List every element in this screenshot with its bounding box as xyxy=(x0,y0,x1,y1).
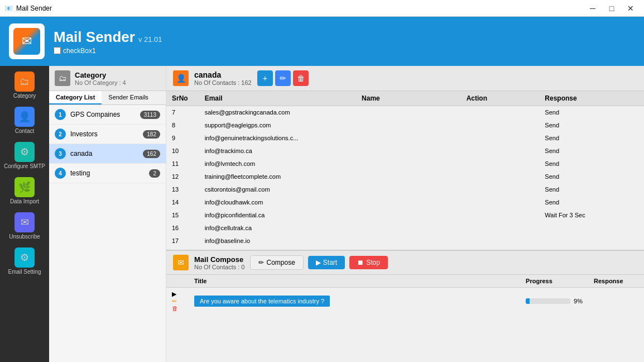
stop-button[interactable]: ⏹ Stop xyxy=(349,256,388,269)
maximize-button[interactable]: □ xyxy=(603,1,621,16)
compose-title: Mail Compose xyxy=(194,255,244,264)
edit-contact-button[interactable]: ✏ xyxy=(275,70,291,86)
edit-icon[interactable]: ✏ xyxy=(172,298,177,304)
app-checkbox-input[interactable] xyxy=(54,47,61,54)
cell-email: info@trackimo.ca xyxy=(199,145,356,158)
progress-bar-fill xyxy=(526,298,530,304)
category-list-item-undefined[interactable]: 1 GPS Compaines 3113 xyxy=(49,105,166,125)
cell-srno: 10 xyxy=(166,145,199,158)
compose-col-response: Response xyxy=(588,275,644,288)
col-header-action: Action xyxy=(461,91,540,106)
table-row[interactable]: 10 info@trackimo.ca Send xyxy=(166,145,644,158)
contact-table: SrNo Email Name Action Response 7 sales@… xyxy=(166,91,644,250)
cell-name xyxy=(356,106,461,119)
sidebar-label-contact: Contact xyxy=(15,128,34,134)
table-row[interactable]: 18 info@imtelematics.com xyxy=(166,247,644,250)
compose-row[interactable]: ▶ ✏ 🗑 Are you aware about the telematics… xyxy=(166,288,644,315)
cell-response: Send xyxy=(539,183,644,196)
app-icon-small: 📧 xyxy=(4,4,13,12)
category-panel-title: Category xyxy=(75,71,126,79)
category-list-item-undefined[interactable]: 3 canada 162 xyxy=(49,144,166,164)
cell-email: info@baseline.io xyxy=(199,235,356,247)
delete-icon[interactable]: 🗑 xyxy=(172,305,178,312)
compose-button[interactable]: ✏ Compose xyxy=(250,255,303,270)
sidebar-item-unsubscribe[interactable]: ✉ Unsubscribe xyxy=(0,209,49,243)
compose-area-icon: ✉ xyxy=(173,255,189,270)
cell-srno: 16 xyxy=(166,222,199,235)
cell-name xyxy=(356,183,461,196)
category-list-item-undefined[interactable]: 4 testing 2 xyxy=(49,164,166,183)
pencil-icon: ✏ xyxy=(258,259,264,266)
sidebar-item-contact[interactable]: 👤 Contact xyxy=(0,103,49,137)
table-row[interactable]: 14 info@cloudhawk.com Send xyxy=(166,196,644,209)
minimize-button[interactable]: ─ xyxy=(584,1,602,16)
title-bar: 📧 Mail Sender ─ □ ✕ xyxy=(0,0,644,17)
play-icon: ▶ xyxy=(316,259,321,266)
progress-label: 9% xyxy=(574,298,583,304)
category-panel-count: No Of Category : 4 xyxy=(75,79,126,86)
table-row[interactable]: 7 sales@gpstrackingcanada.com Send xyxy=(166,106,644,119)
cell-email: info@cloudhawk.com xyxy=(199,196,356,209)
stop-button-label: Stop xyxy=(366,259,380,266)
cat-item-count: 162 xyxy=(143,150,160,158)
category-panel-icon: 🗂 xyxy=(55,70,70,86)
start-button[interactable]: ▶ Start xyxy=(308,256,345,269)
table-row[interactable]: 8 support@eagleigps.com Send xyxy=(166,119,644,132)
cell-srno: 9 xyxy=(166,132,199,145)
contact-table-container: SrNo Email Name Action Response 7 sales@… xyxy=(166,91,644,250)
category-icon: 🗂 xyxy=(15,72,35,92)
table-row[interactable]: 15 info@piconfidential.ca Wait For 3 Sec xyxy=(166,209,644,222)
col-header-name: Name xyxy=(356,91,461,106)
table-row[interactable]: 17 info@baseline.io xyxy=(166,235,644,247)
cell-srno: 11 xyxy=(166,158,199,170)
sidebar-label-email-setting: Email Setting xyxy=(8,269,41,275)
sidebar-item-data-import[interactable]: 🌿 Data Import xyxy=(0,174,49,208)
table-row[interactable]: 11 info@lvmtech.com Send xyxy=(166,158,644,170)
expand-icon[interactable]: ▶ xyxy=(172,290,176,297)
cell-action xyxy=(461,196,540,209)
close-button[interactable]: ✕ xyxy=(622,1,640,16)
cell-action xyxy=(461,145,540,158)
tab-sender-emails[interactable]: Sender Emails xyxy=(102,91,155,104)
cell-response: Send xyxy=(539,132,644,145)
category-panel: 🗂 Category No Of Category : 4 Category L… xyxy=(49,66,166,362)
sidebar-label-unsubscribe: Unsubscribe xyxy=(9,234,40,240)
compose-title-text: Are you aware about the telematics indus… xyxy=(194,296,330,307)
compose-col-title: Title xyxy=(189,275,520,288)
cell-response: Send xyxy=(539,158,644,170)
add-contact-button[interactable]: + xyxy=(257,70,273,86)
category-tabs: Category List Sender Emails xyxy=(49,91,166,105)
cell-name xyxy=(356,247,461,250)
cell-action xyxy=(461,235,540,247)
app-title-area: Mail Sender v 21.01 checkBox1 xyxy=(54,28,162,55)
delete-contact-button[interactable]: 🗑 xyxy=(293,70,309,86)
cell-name xyxy=(356,222,461,235)
compose-row-actions: ▶ ✏ 🗑 xyxy=(166,288,189,315)
compose-cell-progress: 9% xyxy=(520,288,588,315)
start-button-label: Start xyxy=(323,259,337,266)
cell-email: info@lvmtech.com xyxy=(199,158,356,170)
sidebar-item-configure-smtp[interactable]: ⚙ Configure SMTP xyxy=(0,139,49,173)
sidebar-item-category[interactable]: 🗂 Category xyxy=(0,68,49,102)
sidebar-label-category: Category xyxy=(13,93,36,99)
table-row[interactable]: 9 info@genuinetrackingsolutions.c... Sen… xyxy=(166,132,644,145)
table-row[interactable]: 13 csitorontois@gmail.com Send xyxy=(166,183,644,196)
unsubscribe-icon: ✉ xyxy=(15,212,35,232)
sidebar-item-email-setting[interactable]: ⚙ Email Setting xyxy=(0,244,49,278)
cell-response: Send xyxy=(539,145,644,158)
category-list: 1 GPS Compaines 3113 2 Investors 182 3 c… xyxy=(49,105,166,362)
category-list-item-undefined[interactable]: 2 Investors 182 xyxy=(49,125,166,144)
cat-item-num: 2 xyxy=(55,128,66,140)
configure-smtp-icon: ⚙ xyxy=(15,142,35,162)
cat-item-name: Investors xyxy=(70,130,143,138)
cell-srno: 12 xyxy=(166,170,199,183)
table-row[interactable]: 16 info@cellutrak.ca xyxy=(166,222,644,235)
contact-area-icon: 👤 xyxy=(173,70,189,86)
cell-email: sales@gpstrackingcanada.com xyxy=(199,106,356,119)
table-row[interactable]: 12 training@fleetcomplete.com Send xyxy=(166,170,644,183)
progress-bar xyxy=(526,298,570,304)
cell-action xyxy=(461,209,540,222)
tab-category-list[interactable]: Category List xyxy=(49,91,102,104)
app-name: Mail Sender xyxy=(54,28,135,46)
contact-area-count: No Of Contacts : 162 xyxy=(194,79,252,86)
